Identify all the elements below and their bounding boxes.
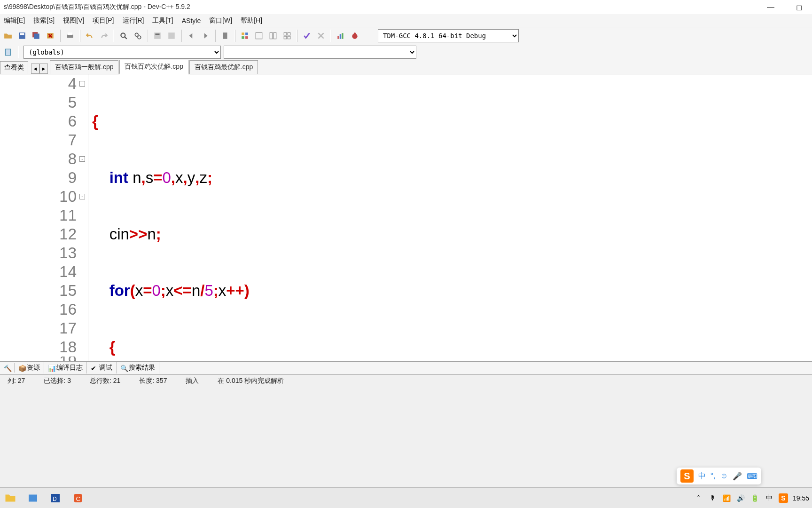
menu-astyle[interactable]: AStyle — [181, 16, 202, 25]
undo-icon[interactable] — [84, 30, 96, 42]
ime-lang[interactable]: 中 — [698, 471, 706, 481]
svg-rect-15 — [242, 32, 244, 35]
back-icon[interactable] — [185, 30, 197, 42]
find-icon[interactable] — [117, 30, 130, 42]
svg-text:D: D — [53, 496, 57, 502]
file-tab-2[interactable]: 百钱百鸡次优解.cpp — [119, 60, 188, 74]
ime-tray-icon[interactable]: 中 — [765, 493, 774, 503]
code-area[interactable]: { int n,s=0,x,y,z; cin>>n; for(x=0;x<=n/… — [88, 74, 812, 361]
menu-view[interactable]: 视图[V] — [62, 16, 85, 26]
compile-tab[interactable]: 🔨 — [0, 363, 15, 373]
saveall-icon[interactable] — [30, 30, 42, 42]
status-bar: 列: 27 已选择: 3 总行数: 21 长度: 357 插入 在 0.015 … — [0, 374, 812, 387]
grid3-icon[interactable] — [267, 30, 279, 42]
function-select[interactable] — [224, 46, 416, 59]
forward-icon[interactable] — [199, 30, 211, 42]
status-lines: 总行数: 21 — [86, 377, 124, 385]
hammer-icon: 🔨 — [4, 365, 10, 371]
run-icon[interactable] — [165, 30, 178, 42]
svg-rect-17 — [242, 36, 244, 39]
battery-icon[interactable]: 🔋 — [750, 493, 760, 503]
menu-run[interactable]: 运行[R] — [122, 16, 145, 26]
minimize-button[interactable]: — — [761, 3, 780, 12]
menu-edit[interactable]: 编辑[E] — [3, 16, 26, 26]
devcpp-icon[interactable]: D — [48, 491, 63, 506]
grid1-icon[interactable] — [239, 30, 251, 42]
open-icon[interactable] — [2, 30, 14, 42]
app1-icon[interactable] — [25, 491, 40, 506]
menu-tools[interactable]: 工具[T] — [151, 16, 174, 26]
check-icon[interactable] — [301, 30, 313, 42]
sogou-tray-icon[interactable]: S — [779, 493, 788, 503]
check-icon: ✔ — [91, 365, 97, 371]
svg-rect-22 — [284, 32, 287, 35]
svg-rect-28 — [342, 33, 343, 39]
compile-icon[interactable] — [151, 30, 164, 42]
title-bar: s\99898\Desktop\百钱百鸡\百钱百鸡次优解.cpp - Dev-C… — [0, 0, 812, 14]
bottom-tab-bar: 🔨 📦资源 📊编译日志 ✔调试 🔍搜索结果 — [0, 361, 812, 374]
redo-icon[interactable] — [98, 30, 110, 42]
status-sel: 已选择: 3 — [40, 377, 75, 385]
mic-tray-icon[interactable]: 🎙 — [708, 493, 718, 503]
print-icon[interactable] — [64, 30, 76, 42]
tab-row: 查看类 ◄ ► 百钱百鸡一般解.cpp 百钱百鸡次优解.cpp 百钱百鸡最优解.… — [0, 60, 812, 74]
close-file-icon[interactable] — [44, 30, 56, 42]
svg-rect-1 — [20, 33, 24, 35]
cancel-icon[interactable] — [315, 30, 327, 42]
menu-help[interactable]: 帮助[H] — [240, 16, 263, 26]
bookmark-icon[interactable] — [219, 30, 231, 42]
windows-taskbar: D C ˄ 🎙 📶 🔊 🔋 中 S 19:55 — [0, 487, 812, 508]
search-result-tab[interactable]: 🔍搜索结果 — [117, 362, 159, 373]
svg-rect-32 — [29, 494, 37, 501]
class-view-tab[interactable]: 查看类 — [0, 61, 28, 74]
maximize-button[interactable]: ◻ — [789, 3, 808, 12]
svg-rect-20 — [270, 32, 273, 39]
search-icon: 🔍 — [120, 365, 127, 371]
volume-icon[interactable]: 🔊 — [736, 493, 746, 503]
clock[interactable]: 19:55 — [793, 494, 809, 502]
save-icon[interactable] — [16, 30, 28, 42]
tab-prev-icon[interactable]: ◄ — [31, 64, 39, 74]
ime-mic-icon[interactable]: 🎤 — [733, 472, 742, 481]
menu-search[interactable]: 搜索[S] — [32, 16, 55, 26]
file-tab-3[interactable]: 百钱百鸡最优解.cpp — [189, 60, 258, 74]
ime-toolbar[interactable]: S 中 °, ☺ 🎤 ⌨ — [677, 468, 761, 484]
camtasia-icon[interactable]: C — [70, 491, 86, 506]
explorer-icon[interactable] — [3, 491, 18, 506]
svg-rect-16 — [245, 32, 248, 35]
resource-tab[interactable]: 📦资源 — [15, 362, 44, 373]
svg-point-9 — [135, 33, 138, 36]
svg-rect-31 — [5, 49, 10, 56]
file-tab-1[interactable]: 百钱百鸡一般解.cpp — [50, 60, 118, 74]
bug-icon[interactable] — [349, 30, 361, 42]
compile-log-tab[interactable]: 📊编译日志 — [44, 362, 87, 373]
ime-keyboard-icon[interactable]: ⌨ — [747, 472, 757, 481]
code-editor[interactable]: 4- 5 6 7 8- 9 10- 11 12 13 14 15 16 17 1… — [0, 74, 812, 361]
compiler-select[interactable]: TDM-GCC 4.8.1 64-bit Debug — [378, 29, 519, 42]
replace-icon[interactable] — [132, 30, 144, 42]
status-ins: 插入 — [182, 377, 203, 385]
debug-tab[interactable]: ✔调试 — [87, 362, 117, 373]
sogou-logo-icon[interactable]: S — [680, 469, 694, 483]
tab-next-icon[interactable]: ► — [39, 64, 48, 74]
svg-rect-19 — [256, 32, 262, 39]
tray-chevron-icon[interactable]: ˄ — [694, 493, 703, 503]
chart-icon[interactable] — [335, 30, 347, 42]
menu-project[interactable]: 项目[P] — [92, 16, 115, 26]
svg-rect-23 — [288, 32, 290, 35]
menu-window[interactable]: 窗口[W] — [208, 16, 233, 26]
globals-select[interactable]: (globals) — [23, 46, 221, 59]
svg-rect-25 — [288, 36, 290, 39]
svg-rect-14 — [223, 32, 227, 39]
svg-rect-12 — [156, 33, 160, 34]
svg-rect-13 — [168, 32, 175, 39]
goto-icon[interactable] — [2, 46, 14, 58]
ime-punct[interactable]: °, — [710, 472, 716, 480]
grid4-icon[interactable] — [281, 30, 293, 42]
wifi-icon[interactable]: 📶 — [722, 493, 732, 503]
main-toolbar: TDM-GCC 4.8.1 64-bit Debug — [0, 27, 812, 44]
svg-rect-3 — [34, 33, 39, 39]
svg-text:C: C — [76, 495, 81, 502]
ime-face-icon[interactable]: ☺ — [720, 472, 728, 480]
grid2-icon[interactable] — [253, 30, 265, 42]
